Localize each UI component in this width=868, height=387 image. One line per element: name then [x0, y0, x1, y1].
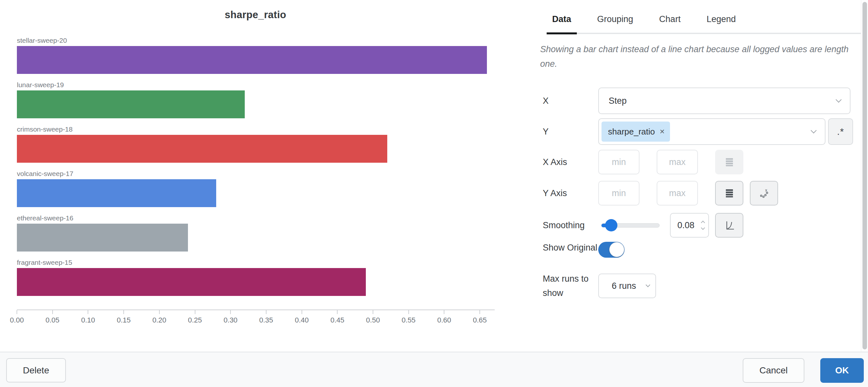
x-tick-mark: [408, 310, 409, 314]
x-tick-label: 0.10: [81, 316, 95, 324]
x-tick-mark: [17, 310, 17, 314]
x-tick-label: 0.00: [10, 316, 24, 324]
x-tick-mark: [52, 310, 53, 314]
y-axis-log-scale-button[interactable]: [715, 181, 743, 206]
y-field-label: Y: [543, 118, 598, 145]
run-name-label: lunar-sweep-19: [17, 81, 494, 89]
slider-handle[interactable]: [605, 219, 617, 232]
x-tick-mark: [479, 310, 480, 314]
smoothing-slider[interactable]: [601, 223, 660, 227]
bar: [17, 268, 366, 296]
x-axis-row: X Axis: [543, 150, 743, 174]
smoothing-curve-icon: [723, 219, 735, 231]
max-runs-select[interactable]: 6 runs: [598, 274, 656, 298]
tab-legend[interactable]: Legend: [701, 10, 741, 33]
x-tick-mark: [230, 310, 231, 314]
ok-button[interactable]: OK: [820, 358, 864, 383]
bar-group: stellar-sweep-20: [17, 36, 494, 74]
x-tick-label: 0.15: [117, 316, 131, 324]
x-axis-label: X Axis: [543, 150, 598, 174]
y-axis-log-points-button[interactable]: x: [750, 181, 778, 206]
smoothing-value: 0.08: [678, 220, 695, 231]
y-axis-label: Y Axis: [543, 181, 598, 206]
bar-chart-note: Showing a bar chart instead of a line ch…: [540, 42, 851, 71]
bar-group: volcanic-sweep-17: [17, 170, 494, 207]
x-tick-mark: [266, 310, 267, 314]
log-scale-icon: [724, 157, 735, 167]
x-tick-mark: [302, 310, 302, 314]
x-tick-mark: [373, 310, 373, 314]
tab-grouping[interactable]: Grouping: [592, 10, 639, 33]
show-original-label: Show Original: [543, 241, 598, 258]
x-tick-label: 0.60: [437, 316, 451, 324]
chevron-down-icon: [646, 283, 650, 287]
bar: [17, 46, 487, 74]
bar-chart: stellar-sweep-20lunar-sweep-19crimson-sw…: [17, 36, 494, 303]
running-average-button[interactable]: [715, 213, 743, 238]
bar-group: lunar-sweep-19: [17, 81, 494, 118]
show-original-toggle[interactable]: [598, 242, 624, 258]
x-tick-label: 0.30: [224, 316, 238, 324]
settings-panel: DataGroupingChartLegend Showing a bar ch…: [532, 0, 862, 352]
chart-title: sharpe_ratio: [17, 9, 494, 21]
bar-group: fragrant-sweep-15: [17, 258, 494, 296]
tab-chart[interactable]: Chart: [654, 10, 686, 33]
x-tick-label: 0.45: [331, 316, 344, 324]
run-name-label: crimson-sweep-18: [17, 125, 494, 134]
x-tick-mark: [195, 310, 195, 314]
x-axis-min-input[interactable]: [598, 150, 640, 174]
svg-text:x: x: [765, 188, 767, 192]
x-field-row: X Step: [543, 87, 850, 114]
x-tick-mark: [88, 310, 88, 314]
y-field-select[interactable]: sharpe_ratio ✕: [598, 118, 826, 145]
log-scale-icon: [724, 188, 735, 198]
x-tick-mark: [159, 310, 160, 314]
x-axis-max-input[interactable]: [657, 150, 698, 174]
max-runs-value: 6 runs: [612, 281, 636, 291]
x-field-value: Step: [609, 96, 627, 106]
y-axis-row: Y Axis x: [543, 181, 778, 206]
run-name-label: ethereal-sweep-16: [17, 214, 494, 222]
bar: [17, 224, 188, 251]
x-field-select[interactable]: Step: [598, 87, 850, 114]
run-name-label: volcanic-sweep-17: [17, 170, 494, 178]
bar-group: crimson-sweep-18: [17, 125, 494, 163]
chevron-down-icon: [836, 97, 841, 102]
x-field-label: X: [543, 87, 598, 114]
bar-group: ethereal-sweep-16: [17, 214, 494, 251]
chip-remove-icon[interactable]: ✕: [660, 128, 665, 136]
toggle-knob: [609, 242, 624, 257]
scatter-points-icon: x: [758, 187, 770, 199]
dialog-footer: Delete Cancel OK: [0, 352, 868, 387]
x-tick-label: 0.50: [366, 316, 380, 324]
x-tick-mark: [337, 310, 338, 314]
max-runs-row: Max runs to show 6 runs: [543, 272, 656, 300]
y-metric-chip-label: sharpe_ratio: [608, 127, 655, 137]
panel-scrollbar-thumb[interactable]: [863, 2, 867, 349]
y-field-row: Y sharpe_ratio ✕ .*: [543, 118, 853, 145]
x-tick-label: 0.20: [152, 316, 166, 324]
delete-button[interactable]: Delete: [6, 358, 66, 383]
smoothing-value-box[interactable]: 0.08: [670, 213, 709, 238]
chevron-down-icon: [810, 128, 816, 133]
x-axis-ticks: 0.000.050.100.150.200.250.300.350.400.45…: [17, 310, 494, 326]
stepper-arrows-icon[interactable]: [702, 221, 704, 230]
x-tick-label: 0.65: [473, 316, 487, 324]
tab-data[interactable]: Data: [547, 10, 577, 33]
y-axis-min-input[interactable]: [598, 181, 640, 206]
settings-tabs: DataGroupingChartLegend: [547, 10, 861, 34]
bar: [17, 179, 216, 207]
y-axis-max-input[interactable]: [657, 181, 698, 206]
x-tick-label: 0.40: [295, 316, 309, 324]
chart-settings-dialog: sharpe_ratio stellar-sweep-20lunar-sweep…: [0, 0, 868, 387]
x-axis-log-scale-button[interactable]: [715, 150, 743, 174]
regex-filter-button[interactable]: .*: [828, 118, 853, 145]
run-name-label: stellar-sweep-20: [17, 36, 494, 45]
run-name-label: fragrant-sweep-15: [17, 258, 494, 267]
bar: [17, 135, 387, 163]
smoothing-row: Smoothing 0.08: [543, 213, 743, 238]
x-tick-mark: [123, 310, 124, 314]
cancel-button[interactable]: Cancel: [743, 358, 804, 383]
x-tick-label: 0.35: [259, 316, 273, 324]
x-tick-mark: [444, 310, 444, 314]
